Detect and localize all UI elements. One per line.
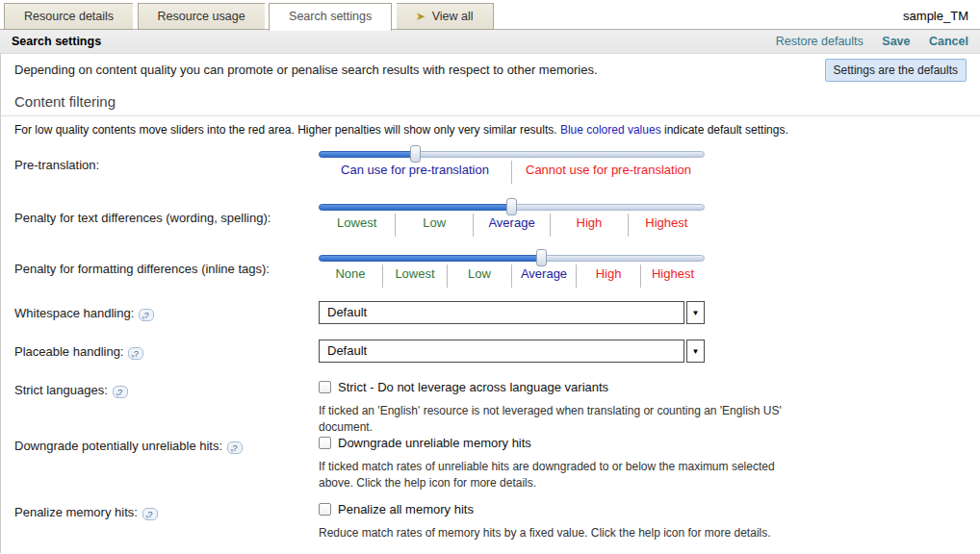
slider-scale-labels: NoneLowestLowAverageHighHighest	[319, 264, 705, 288]
formatting-differences-slider: NoneLowestLowAverageHighHighest	[319, 255, 705, 288]
help-icon[interactable]: ?	[139, 309, 154, 321]
settings-content: Depending on content quality you can pro…	[0, 54, 980, 553]
field-label: Downgrade potentially unreliable hits:	[14, 439, 222, 453]
slider-track[interactable]	[319, 204, 705, 211]
tab-label: Resource details	[24, 10, 114, 23]
strict-languages-control: Strict - Do not leverage across language…	[319, 380, 858, 437]
slider-segment-label: High	[551, 214, 628, 237]
slider-scale-labels: Can use for pre-translationCannot use fo…	[319, 161, 705, 184]
dropdown-value[interactable]: Default	[319, 340, 684, 363]
checkbox-label: Downgrade unreliable memory hits	[338, 436, 531, 450]
field-label: Penalty for formatting differences (inli…	[14, 262, 270, 276]
downgrade-hits-control: Downgrade unreliable memory hits If tick…	[319, 436, 858, 492]
slider-segment-label: None	[319, 264, 383, 288]
tab-resource-details[interactable]: Resource details	[4, 3, 133, 30]
slider-segment-label: Lowest	[383, 264, 448, 288]
field-label: Placeable handling:	[14, 344, 123, 359]
downgrade-hits-checkbox[interactable]	[319, 437, 331, 449]
tab-search-settings[interactable]: Search settings	[269, 3, 392, 31]
slider-segment-label: Low	[448, 264, 512, 288]
slider-fill	[319, 204, 511, 211]
tab-resource-usage[interactable]: Resource usage	[138, 3, 265, 30]
help-icon[interactable]: ?	[227, 441, 243, 454]
cancel-button[interactable]: Cancel	[929, 35, 968, 48]
field-label: Penalty for text differences (wording, s…	[14, 211, 271, 225]
field-label: Strict languages:	[14, 383, 108, 397]
tab-label: Resource usage	[158, 10, 245, 23]
checkbox-help-text: Reduce match rates of memory hits by a f…	[319, 525, 805, 541]
tab-label: Search settings	[289, 10, 372, 23]
form-row-placeable-handling: Placeable handling:? Default ▼	[14, 342, 976, 360]
slider-track[interactable]	[319, 151, 705, 158]
pre-translation-slider: Can use for pre-translationCannot use fo…	[319, 151, 705, 184]
slider-fill	[319, 255, 541, 262]
save-button[interactable]: Save	[882, 35, 910, 48]
slider-scale-labels: LowestLowAverageHighHighest	[319, 214, 705, 237]
slider-segment-label: Low	[396, 214, 473, 237]
field-label: Penalize memory hits:	[14, 505, 138, 519]
note-text: For low quality contents move sliders in…	[14, 123, 560, 137]
slider-segment-label: High	[577, 264, 641, 288]
note-text: indicate default settings.	[661, 123, 788, 137]
slider-handle[interactable]	[410, 145, 421, 163]
strict-languages-checkbox[interactable]	[319, 381, 331, 393]
tab-label: View all	[432, 10, 474, 23]
slider-note: For low quality contents move sliders in…	[1, 115, 980, 137]
slider-fill	[319, 151, 415, 158]
tab-strip: Resource details Resource usage Search s…	[0, 0, 980, 30]
note-highlight: Blue colored values	[560, 123, 661, 137]
tab-view-all[interactable]: ➤View all	[397, 3, 494, 30]
help-icon[interactable]: ?	[113, 386, 128, 398]
help-icon[interactable]: ?	[128, 347, 143, 360]
form-row-pre-translation: Pre-translation: Can use for pre-transla…	[14, 156, 976, 173]
field-label: Whitespace handling:	[14, 306, 134, 320]
slider-track[interactable]	[319, 255, 705, 262]
section-heading: Content filtering	[14, 93, 116, 110]
settings-toolbar: Search settings Restore defaults Save Ca…	[0, 30, 980, 54]
text-differences-slider: LowestLowAverageHighHighest	[319, 204, 705, 237]
whitespace-handling-dropdown[interactable]: Default ▼	[319, 301, 705, 324]
checkbox-help-text: If ticked match rates of unreliable hits…	[319, 459, 805, 492]
page-title: Search settings	[12, 35, 101, 48]
arrow-right-icon: ➤	[416, 10, 426, 23]
settings-default-status-button[interactable]: Settings are the defaults	[825, 59, 967, 82]
dropdown-value[interactable]: Default	[319, 301, 684, 324]
form-row-strict-languages: Strict languages:? Strict - Do not lever…	[14, 381, 976, 398]
intro-description: Depending on content quality you can pro…	[14, 63, 598, 77]
slider-segment-label: Average	[512, 264, 577, 288]
slider-handle[interactable]	[536, 249, 547, 266]
restore-defaults-link[interactable]: Restore defaults	[776, 35, 864, 48]
dropdown-button[interactable]: ▼	[686, 301, 705, 324]
placeable-handling-dropdown[interactable]: Default ▼	[319, 340, 705, 363]
form-row-downgrade-hits: Downgrade potentially unreliable hits:? …	[14, 437, 976, 454]
field-label: Pre-translation:	[14, 158, 99, 172]
slider-segment-label: Cannot use for pre-translation	[512, 161, 705, 184]
chevron-down-icon: ▼	[692, 309, 700, 317]
form-row-penalize-hits: Penalize memory hits:? Penalize all memo…	[14, 503, 976, 520]
form-row-formatting-penalty: Penalty for formatting differences (inli…	[14, 260, 976, 277]
dropdown-button[interactable]: ▼	[686, 340, 705, 363]
checkbox-label: Penalize all memory hits	[338, 502, 474, 516]
slider-segment-label: Highest	[641, 264, 705, 288]
form-row-text-penalty: Penalty for text differences (wording, s…	[14, 209, 976, 226]
penalize-hits-checkbox[interactable]	[319, 503, 331, 516]
toolbar-actions: Restore defaults Save Cancel	[761, 35, 968, 48]
slider-handle[interactable]	[506, 198, 517, 215]
slider-segment-label: Highest	[629, 214, 705, 237]
help-icon[interactable]: ?	[142, 508, 158, 520]
checkbox-help-text: If ticked an 'English' resource is not l…	[319, 403, 805, 437]
slider-segment-label: Can use for pre-translation	[319, 161, 512, 184]
form-row-whitespace-handling: Whitespace handling:? Default ▼	[14, 304, 976, 321]
resource-name-label: sample_TM	[903, 9, 968, 23]
slider-segment-label: Lowest	[319, 214, 396, 237]
checkbox-label: Strict - Do not leverage across language…	[338, 380, 608, 394]
chevron-down-icon: ▼	[692, 347, 700, 356]
penalize-hits-control: Penalize all memory hits Reduce match ra…	[319, 502, 858, 541]
slider-segment-label: Average	[474, 214, 551, 237]
